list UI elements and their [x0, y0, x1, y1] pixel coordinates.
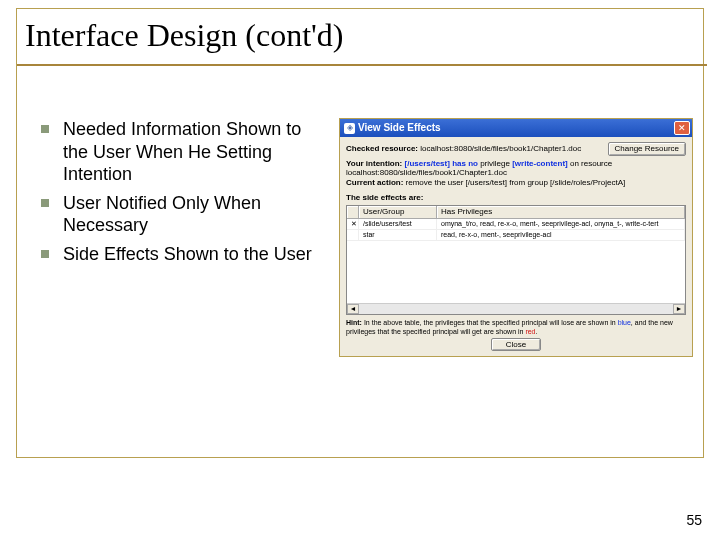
bullet-icon	[41, 125, 49, 133]
table-row[interactable]: star read, re-x-o, ment-, seeprivilege-a…	[347, 230, 685, 241]
row-ug: star	[359, 230, 437, 240]
intention-priv-value: [write-content]	[512, 159, 568, 168]
page-number: 55	[686, 512, 702, 528]
row-ug: /slide/users/test	[359, 219, 437, 229]
checked-label: Checked resource:	[346, 144, 418, 153]
list-item: User Notified Only When Necessary	[41, 192, 331, 237]
title-underline	[17, 64, 707, 66]
dialog-titlebar[interactable]: ◈ View Side Effects ✕	[340, 119, 692, 137]
intention-user: [/users/test]	[405, 159, 450, 168]
intention-suffix: on resource	[570, 159, 612, 168]
hint-text: Hint: In the above table, the privileges…	[346, 319, 686, 337]
row-icon: ✕	[347, 219, 359, 229]
side-effects-table: User/Group Has Privileges ✕ /slide/users…	[346, 205, 686, 315]
bullet-text: Side Effects Shown to the User	[63, 243, 312, 266]
close-icon[interactable]: ✕	[674, 121, 690, 135]
bullet-text: Needed Information Shown to the User Whe…	[63, 118, 331, 186]
page-title: Interface Design (cont'd)	[17, 9, 703, 58]
bullet-list: Needed Information Shown to the User Whe…	[41, 118, 331, 271]
table-header: User/Group Has Privileges	[347, 206, 685, 219]
intention-priv-label: privilege	[480, 159, 510, 168]
dialog-title: View Side Effects	[358, 122, 674, 134]
table-row[interactable]: ✕ /slide/users/test omyna_t/ro, read, re…	[347, 219, 685, 230]
col-user-group[interactable]: User/Group	[359, 206, 437, 218]
hint-red: red	[525, 328, 535, 335]
row-priv: omyna_t/ro, read, re-x-o, ment-, seepriv…	[437, 219, 685, 229]
change-resource-button[interactable]: Change Resource	[608, 142, 686, 156]
checked-value: localhost:8080/slide/files/book1/Chapter…	[420, 144, 581, 153]
current-action-label: Current action:	[346, 178, 403, 187]
scroll-right-icon[interactable]: ►	[673, 304, 685, 314]
content-row: Needed Information Shown to the User Whe…	[17, 58, 703, 357]
window-icon: ◈	[344, 123, 355, 134]
intention-line: Your intention: [/users/test] has no pri…	[346, 159, 686, 169]
checked-resource-row: Checked resource: localhost:8080/slide/f…	[346, 142, 686, 156]
list-item: Needed Information Shown to the User Whe…	[41, 118, 331, 186]
col-icon[interactable]	[347, 206, 359, 218]
hint-label: Hint:	[346, 319, 362, 326]
row-icon	[347, 230, 359, 240]
resource-line: localhost:8080/slide/files/book1/Chapter…	[346, 168, 686, 178]
hint-blue: blue	[618, 319, 631, 326]
bullet-icon	[41, 250, 49, 258]
close-button[interactable]: Close	[491, 338, 541, 351]
current-action-line: Current action: remove the user [/users/…	[346, 178, 686, 188]
row-priv: read, re-x-o, ment-, seeprivilege-acl	[437, 230, 685, 240]
intention-label: Your intention:	[346, 159, 402, 168]
slide-frame: Interface Design (cont'd) Needed Informa…	[16, 8, 704, 458]
checked-resource-text: Checked resource: localhost:8080/slide/f…	[346, 144, 581, 154]
side-effects-label: The side effects are:	[346, 193, 686, 203]
current-action-value: remove the user [/users/test] from group…	[406, 178, 626, 187]
scrollbar-horizontal[interactable]: ◄ ►	[347, 303, 685, 314]
bullet-icon	[41, 199, 49, 207]
dialog-body: Checked resource: localhost:8080/slide/f…	[340, 137, 692, 356]
bullet-text: User Notified Only When Necessary	[63, 192, 331, 237]
intention-mid: has no	[452, 159, 478, 168]
col-has-privileges[interactable]: Has Privileges	[437, 206, 685, 218]
dialog-footer: Close	[346, 340, 686, 350]
list-item: Side Effects Shown to the User	[41, 243, 331, 266]
hint-body-1: In the above table, the privileges that …	[364, 319, 616, 326]
scroll-left-icon[interactable]: ◄	[347, 304, 359, 314]
side-effects-dialog: ◈ View Side Effects ✕ Checked resource: …	[339, 118, 693, 357]
